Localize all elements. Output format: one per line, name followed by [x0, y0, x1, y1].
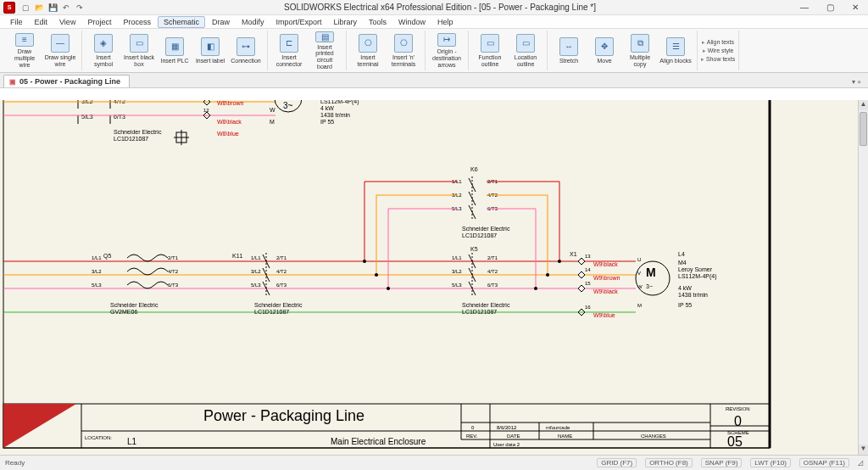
scroll-down-icon[interactable]: ▼	[859, 445, 868, 455]
insert-n-terminals-button[interactable]: ⎔Insert 'n' terminals	[386, 31, 421, 70]
svg-text:3/L2: 3/L2	[452, 269, 462, 274]
menu-window[interactable]: Window	[393, 17, 431, 27]
connection-button[interactable]: ⊶Connection	[228, 31, 264, 70]
insert-label-button[interactable]: ◧Insert label	[192, 31, 228, 70]
copy-icon: ⧉	[631, 34, 649, 53]
move-button[interactable]: ✥Move	[587, 31, 622, 70]
svg-text:8/6/2012: 8/6/2012	[497, 425, 517, 430]
status-grid[interactable]: GRID (F7)	[597, 458, 637, 467]
svg-text:3~: 3~	[283, 101, 293, 110]
insert-terminal-button[interactable]: ⎔Insert terminal	[350, 31, 386, 70]
svg-text:REV.: REV.	[466, 434, 478, 439]
status-snap[interactable]: SNAP (F9)	[701, 458, 743, 467]
menu-draw[interactable]: Draw	[207, 17, 235, 27]
component-k6[interactable]: K6 1/L12/T1 3/L24/T2 5/L36/T3 Schneider …	[452, 166, 510, 238]
origin-dest-arrows-button[interactable]: ↦Origin - destination arrows	[429, 31, 465, 70]
menu-help[interactable]: Help	[432, 17, 459, 27]
svg-text:DATE: DATE	[507, 434, 520, 439]
quick-access-toolbar[interactable]: ▢ 📂 💾 ↶ ↷	[20, 3, 85, 13]
component-k5[interactable]: K5 1/L12/T1 3/L24/T2 5/L36/T3 Schneider …	[452, 246, 510, 315]
align-texts-opt[interactable]: Align texts	[702, 39, 734, 46]
insert-blackbox-button[interactable]: ▭Insert black box	[121, 31, 157, 70]
menu-tools[interactable]: Tools	[364, 17, 392, 27]
function-outline-button[interactable]: ▭Function outline	[472, 31, 508, 70]
svg-text:IP 55: IP 55	[678, 302, 692, 308]
document-tab[interactable]: 05 - Power - Packaging Line	[3, 75, 130, 87]
top-contactor: 3/L24/T2 5/L36/T3 Schneider Electric LC1…	[78, 100, 189, 145]
svg-text:W9\blue: W9\blue	[593, 312, 615, 318]
menu-import[interactable]: Import/Export	[270, 17, 326, 27]
insert-plc-button[interactable]: ▦Insert PLC	[157, 31, 192, 70]
terminals-icon: ⎔	[394, 34, 413, 53]
blackbox-icon: ▭	[130, 34, 148, 53]
status-corner-icon[interactable]: ◿	[858, 459, 863, 467]
menu-view[interactable]: View	[54, 17, 81, 27]
status-osnap[interactable]: OSNAP (F11)	[799, 458, 849, 467]
wire-style-opt[interactable]: Wire style	[703, 48, 734, 54]
qat-redo-icon[interactable]: ↷	[75, 3, 85, 13]
ribbon: ≡Draw multiple wire —Draw single wire ◈I…	[0, 29, 868, 73]
location-outline-button[interactable]: ▭Location outline	[508, 31, 543, 70]
menu-project[interactable]: Project	[82, 17, 116, 27]
svg-point-77	[534, 287, 537, 290]
svg-text:Schneider Electric: Schneider Electric	[114, 129, 162, 135]
status-ortho[interactable]: ORTHO (F8)	[645, 458, 693, 467]
loc-outline-icon: ▭	[516, 34, 535, 53]
close-button[interactable]: ✕	[846, 2, 865, 14]
window-title: SOLIDWORKS Electrical x64 Professional E…	[85, 3, 795, 12]
insert-symbol-button[interactable]: ◈Insert symbol	[86, 31, 121, 70]
qat-undo-icon[interactable]: ↶	[61, 3, 71, 13]
qat-new-icon[interactable]: ▢	[20, 3, 31, 13]
svg-text:Power - Packaging Line: Power - Packaging Line	[203, 407, 364, 424]
svg-text:W9\black: W9\black	[593, 261, 618, 267]
svg-text:5/L3: 5/L3	[81, 114, 93, 120]
menu-library[interactable]: Library	[329, 17, 363, 27]
draw-multiple-wire-button[interactable]: ≡Draw multiple wire	[7, 31, 42, 70]
ribbon-group-terminals: ⎔Insert terminal ⎔Insert 'n' terminals	[347, 31, 426, 70]
svg-text:K6: K6	[470, 166, 478, 172]
vertical-scrollbar[interactable]: ▲ ▼	[858, 100, 868, 455]
svg-text:GV2ME06: GV2ME06	[110, 309, 137, 315]
maximize-button[interactable]: ▢	[821, 2, 839, 14]
svg-text:LC1D121087: LC1D121087	[254, 309, 289, 315]
menu-schematic[interactable]: Schematic	[158, 16, 205, 28]
schematic-canvas[interactable]: 3/L24/T2 5/L36/T3 Schneider Electric LC1…	[0, 100, 858, 455]
align-icon: ☰	[666, 37, 685, 56]
svg-text:M: M	[637, 303, 642, 308]
ribbon-group-arrows: ↦Origin - destination arrows	[426, 31, 469, 70]
minimize-button[interactable]: —	[795, 2, 814, 14]
top-terminals: 11 12 W8\brown W8\black W8\blue	[203, 100, 244, 137]
status-lwt[interactable]: LWT (F10)	[750, 458, 790, 467]
svg-text:15: 15	[585, 281, 591, 286]
svg-point-74	[387, 287, 390, 290]
component-k11[interactable]: K11 1/L12/T1 3/L24/T2 5/L36/T3 Schneider…	[232, 253, 303, 315]
component-motor-l4[interactable]: M 3~ U V W M L4 M4 Leroy Somer LS112M-4P…	[636, 251, 717, 308]
menu-process[interactable]: Process	[118, 17, 156, 27]
svg-text:W8\black: W8\black	[217, 119, 242, 125]
qat-save-icon[interactable]: 💾	[47, 3, 58, 13]
menu-file[interactable]: File	[5, 17, 28, 27]
menu-edit[interactable]: Edit	[30, 17, 53, 27]
align-blocks-button[interactable]: ☰Align blocks	[658, 31, 693, 70]
insert-pcb-button[interactable]: ▤Insert printed circuit board	[307, 31, 342, 70]
svg-text:4/T2: 4/T2	[168, 269, 179, 274]
multicopy-button[interactable]: ⧉Multiple copy	[622, 31, 658, 70]
qat-open-icon[interactable]: 📂	[34, 3, 44, 13]
menu-modify[interactable]: Modify	[236, 17, 270, 27]
tab-dropdown-icon[interactable]: ▾ ×	[849, 76, 865, 87]
insert-connector-button[interactable]: ⊏Insert connector	[271, 31, 307, 70]
component-q5[interactable]: Q5 1/L12/T1 3/L24/T2 5/L36/T3 Schneider …	[92, 253, 179, 315]
svg-text:Schneider Electric: Schneider Electric	[462, 226, 510, 232]
ribbon-group-outline: ▭Function outline ▭Location outline	[469, 31, 548, 70]
svg-text:4 kW: 4 kW	[320, 105, 334, 111]
menu-bar[interactable]: File Edit View Project Process Schematic…	[0, 15, 868, 29]
svg-text:6/T3: 6/T3	[168, 283, 179, 288]
svg-text:K11: K11	[232, 253, 243, 259]
scroll-up-icon[interactable]: ▲	[859, 100, 868, 110]
stretch-button[interactable]: ↔Stretch	[551, 31, 587, 70]
scroll-thumb[interactable]	[860, 112, 867, 146]
draw-single-wire-button[interactable]: —Draw single wire	[42, 31, 78, 70]
show-texts-opt[interactable]: Show texts	[701, 56, 735, 63]
svg-point-73	[375, 273, 378, 277]
svg-text:mfourcade: mfourcade	[546, 425, 570, 430]
